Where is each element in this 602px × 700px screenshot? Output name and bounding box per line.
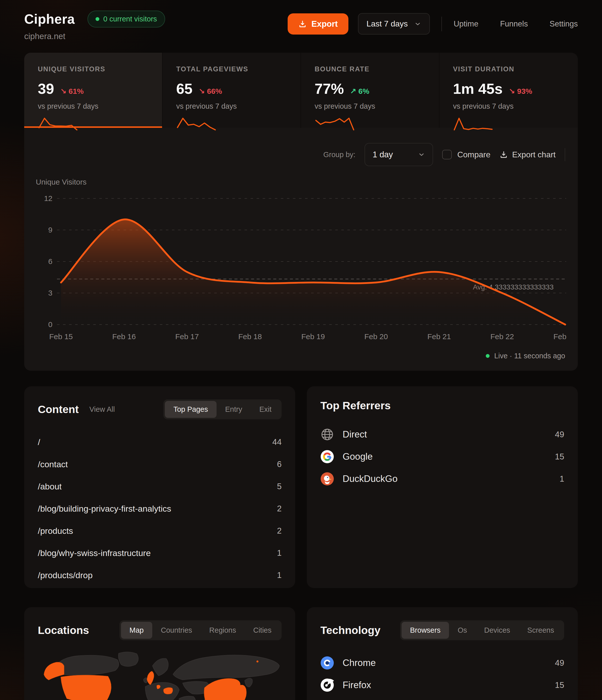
browser-name: Firefox [343,680,371,691]
chevron-down-icon [418,151,425,158]
referrer-count: 49 [555,430,564,439]
nav-link-funnels[interactable]: Funnels [500,19,528,28]
page-count: 44 [272,437,282,447]
date-range-value: Last 7 days [367,19,408,28]
unique-visitors-chart[interactable]: 036912Avg: 4.333333333333333Feb 15Feb 16… [36,188,566,349]
content-row-blog-why-swiss-infrastructure[interactable]: /blog/why-swiss-infrastructure1 [38,542,282,564]
country-romania-highlight [164,688,173,694]
stat-compare-label: vs previous 7 days [176,102,287,110]
content-row-contact[interactable]: /contact6 [38,453,282,475]
technology-panel: Technology BrowsersOsDevicesScreens Chro… [307,607,578,700]
browser-row-firefox[interactable]: Firefox15 [320,674,564,696]
world-map[interactable] [38,651,282,700]
locations-tab-countries[interactable]: Countries [152,622,201,639]
content-row-blog-building-privacy-first-analytics[interactable]: /blog/building-privacy-first-analytics2 [38,498,282,520]
referrer-count: 1 [560,474,564,484]
svg-text:9: 9 [48,226,52,234]
content-row-about[interactable]: /about5 [38,475,282,498]
group-by-select[interactable]: 1 day [365,143,433,166]
compare-checkbox[interactable] [442,150,452,159]
content-row-products-drop[interactable]: /products/drop1 [38,564,282,586]
page-count: 2 [277,526,282,535]
svg-text:Feb 16: Feb 16 [112,332,135,341]
content-tab-entry[interactable]: Entry [217,401,251,418]
content-tabs: Top PagesEntryExit [164,399,282,419]
content-row-products[interactable]: /products2 [38,520,282,542]
page-path: /about [38,482,62,492]
download-icon [298,20,307,28]
content-row-[interactable]: /44 [38,431,282,453]
date-range-select[interactable]: Last 7 days [358,13,430,34]
stat-compare-label: vs previous 7 days [315,102,425,110]
page-path: /blog/why-swiss-infrastructure [38,548,151,558]
overview-panel: UNIQUE VISITORS39↘ 61%vs previous 7 days… [24,53,578,371]
technology-tab-screens[interactable]: Screens [519,622,563,639]
live-dot-icon [96,17,99,21]
export-button[interactable]: Export [287,14,348,34]
page-path: /contact [38,459,68,469]
referrer-row-duckduckgo[interactable]: DuckDuckGo1 [320,468,564,490]
stat-compare-label: vs previous 7 days [38,102,149,110]
sparkline-chart [453,117,493,131]
svg-text:Feb 17: Feb 17 [175,332,199,341]
technology-tab-os[interactable]: Os [449,622,475,639]
referrer-row-direct[interactable]: Direct49 [320,423,564,446]
stat-card-unique-visitors[interactable]: UNIQUE VISITORS39↘ 61%vs previous 7 days [24,53,162,128]
content-tab-top-pages[interactable]: Top Pages [165,401,217,418]
svg-text:Feb 15: Feb 15 [49,332,73,341]
analytics-dashboard: Ciphera 0 current visitors ciphera.net E… [0,0,602,700]
page-path: / [38,437,40,447]
locations-tabs: MapCountriesRegionsCities [120,620,282,640]
locations-title: Locations [38,624,89,636]
chrome-icon [320,656,334,670]
page-path: /products/drop [38,570,93,580]
view-all-link[interactable]: View All [89,405,115,414]
browser-count: 49 [555,658,564,668]
technology-title: Technology [320,624,380,636]
referrer-row-google[interactable]: Google15 [320,446,564,468]
locations-tab-regions[interactable]: Regions [201,622,245,639]
export-chart-label: Export chart [512,150,556,159]
nav-link-settings[interactable]: Settings [550,19,578,28]
country-russia [173,655,279,680]
bottom-row: Locations MapCountriesRegionsCities [24,607,578,700]
locations-panel: Locations MapCountriesRegionsCities [24,607,295,700]
page-count: 5 [277,482,282,491]
referrer-name: DuckDuckGo [343,474,398,484]
technology-tab-devices[interactable]: Devices [475,622,519,639]
stats-row: UNIQUE VISITORS39↘ 61%vs previous 7 days… [24,53,578,128]
stat-value: 77% [315,80,344,97]
browser-count: 15 [555,680,564,690]
referrer-name: Google [343,451,373,462]
svg-text:Feb 18: Feb 18 [238,332,262,341]
technology-tab-browsers[interactable]: Browsers [402,622,449,639]
svg-text:3: 3 [48,289,52,297]
nav-link-uptime[interactable]: Uptime [453,19,478,28]
content-title: Content [38,403,79,416]
chevron-down-icon [414,20,421,27]
export-chart-button[interactable]: Export chart [499,150,556,159]
stat-delta: ↗ 6% [350,87,369,96]
locations-tab-map[interactable]: Map [121,622,152,639]
stat-card-visit-duration[interactable]: VISIT DURATION1m 45s↘ 93%vs previous 7 d… [440,53,578,128]
header-controls: Export Last 7 days UptimeFunnelsSettings [287,13,578,34]
stat-card-bounce-rate[interactable]: BOUNCE RATE77%↗ 6%vs previous 7 days [301,53,440,128]
sparkline-chart [315,117,355,131]
sparkline-chart [176,117,217,131]
stat-compare-label: vs previous 7 days [453,102,564,110]
locations-tab-cities[interactable]: Cities [245,622,280,639]
content-tab-exit[interactable]: Exit [251,401,280,418]
browser-row-partial[interactable] [320,696,564,700]
country-dot-highlight [256,660,258,662]
stat-card-total-pageviews[interactable]: TOTAL PAGEVIEWS65↘ 66%vs previous 7 days [162,53,301,128]
group-by-label: Group by: [323,151,355,159]
live-label: Live · 11 seconds ago [494,352,565,360]
download-icon [499,150,508,159]
controls-divider [565,148,565,161]
browser-row-chrome[interactable]: Chrome49 [320,652,564,674]
technology-list: Chrome49Firefox15 [320,652,564,700]
live-dot-icon [486,354,490,358]
svg-text:0: 0 [48,320,52,329]
stat-delta: ↘ 66% [199,87,222,96]
compare-toggle[interactable]: Compare [442,150,491,159]
